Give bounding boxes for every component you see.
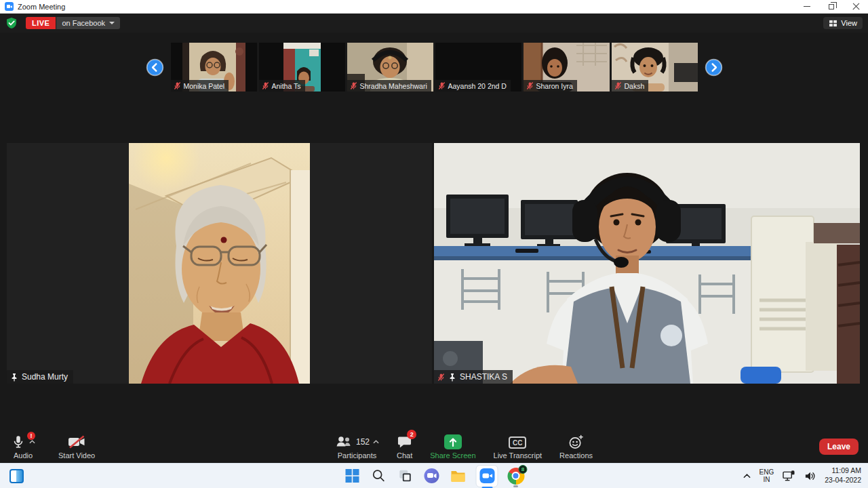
grid-view-icon [829, 20, 837, 27]
live-destination-label: on Facebook [62, 19, 105, 27]
meeting-stage: Monika Patel [0, 33, 868, 430]
reactions-button[interactable]: Reactions [559, 434, 593, 460]
widgets-icon[interactable] [9, 469, 24, 483]
participant-thumbnail[interactable]: Daksh [612, 43, 698, 92]
share-screen-icon [444, 434, 462, 449]
participant-thumbnail[interactable]: Sharon Iyra [524, 43, 610, 92]
main-video-tile: SHASTIKA S [434, 143, 860, 384]
chevron-up-icon[interactable] [373, 440, 379, 444]
close-button[interactable] [844, 0, 868, 13]
restore-icon [829, 4, 834, 9]
participant-name-tag: Anitha Ts [259, 80, 305, 92]
participants-icon [335, 435, 353, 449]
zoom-meeting-window: Zoom Meeting LIVE on Facebook View [0, 0, 868, 488]
participant-name-tag: Monika Patel [171, 80, 229, 92]
minimize-button[interactable] [795, 0, 819, 13]
system-tray: ENG IN 11:09 AM 23-04-2022 [743, 464, 861, 488]
zoom-app-icon [479, 468, 495, 484]
view-button[interactable]: View [823, 17, 863, 29]
participant-name-tag: Shradha Maheshwari [347, 80, 431, 92]
live-transcript-label: Live Transcript [494, 451, 542, 460]
close-icon [852, 3, 859, 10]
leave-button[interactable]: Leave [819, 439, 859, 455]
participant-thumbnail[interactable]: Aayansh 20 2nd D [435, 43, 521, 92]
participant-name: Shradha Maheshwari [360, 82, 427, 90]
task-view-icon [398, 468, 413, 483]
security-shield-icon[interactable] [5, 17, 18, 29]
file-explorer-button[interactable] [450, 467, 467, 485]
participants-button[interactable]: 152 Participants [335, 434, 379, 460]
toolbar-left-group: ! Audio Start Video [11, 434, 95, 460]
language-line1: ENG [760, 468, 774, 476]
search-button[interactable] [370, 467, 388, 485]
chevron-down-icon [109, 22, 115, 24]
chrome-badge: 8 [519, 465, 528, 474]
language-line2: IN [760, 476, 774, 484]
chat-unread-badge: 2 [407, 430, 416, 439]
pin-icon [10, 373, 18, 382]
participant-thumbnail[interactable]: Shradha Maheshwari [347, 43, 433, 92]
start-button[interactable] [344, 467, 361, 485]
speaker-name: SHASTIKA S [460, 372, 507, 382]
scroll-left-button[interactable] [146, 58, 164, 77]
muted-mic-icon [350, 81, 357, 90]
zoom-taskbar-button[interactable] [476, 465, 498, 487]
audio-alert-badge: ! [27, 432, 35, 440]
meeting-topbar: LIVE on Facebook View [0, 14, 868, 33]
audio-button[interactable]: ! Audio [11, 434, 35, 460]
start-video-label: Start Video [58, 451, 95, 460]
running-indicator [513, 485, 518, 487]
muted-mic-icon [262, 81, 269, 90]
audio-label: Audio [14, 451, 33, 460]
share-screen-button[interactable]: Share Screen [430, 434, 475, 460]
scroll-right-button[interactable] [705, 58, 723, 77]
minimize-icon [804, 6, 810, 7]
participant-name-tag: Daksh [612, 80, 649, 92]
live-transcript-button[interactable]: CC Live Transcript [494, 434, 542, 460]
participant-name: Aayansh 20 2nd D [448, 82, 507, 90]
participant-name-tag: Sharon Iyra [524, 80, 577, 92]
language-indicator[interactable]: ENG IN [760, 468, 774, 484]
window-controls [795, 0, 868, 13]
live-destination-dropdown[interactable]: on Facebook [56, 17, 120, 29]
muted-mic-icon [614, 81, 622, 90]
meeting-toolbar: ! Audio Start Video [0, 430, 868, 463]
participant-name: Daksh [625, 82, 645, 90]
participant-name-tag: Aayansh 20 2nd D [435, 80, 511, 92]
muted-mic-icon [437, 373, 445, 382]
restore-button[interactable] [819, 0, 844, 13]
chat-label: Chat [397, 451, 412, 460]
file-explorer-icon [450, 468, 467, 484]
share-screen-label: Share Screen [430, 451, 475, 460]
start-video-button[interactable]: Start Video [58, 434, 95, 460]
microphone-icon [11, 434, 26, 449]
cc-icon: CC [509, 436, 526, 449]
network-icon[interactable] [782, 470, 796, 482]
tray-chevron-up-icon[interactable] [743, 472, 751, 479]
participant-thumbnail[interactable]: Anitha Ts [259, 43, 345, 92]
windows-logo-icon [345, 468, 360, 483]
chrome-button[interactable]: 8 [507, 467, 525, 485]
taskbar-center-icons: 8 [344, 465, 525, 487]
live-badge: LIVE [26, 17, 56, 29]
participant-name: Anitha Ts [272, 82, 301, 90]
chat-button[interactable]: 2 Chat [397, 434, 412, 460]
teams-chat-button[interactable] [423, 467, 441, 485]
reactions-smiley-icon [568, 434, 584, 449]
speaker-name: Sudha Murty [22, 372, 68, 382]
speaker-name-tag: SHASTIKA S [434, 370, 513, 384]
participant-thumbnail[interactable]: Monika Patel [171, 43, 257, 92]
chevron-up-icon[interactable] [29, 440, 35, 444]
tray-date: 23-04-2022 [825, 476, 861, 485]
view-button-label: View [841, 19, 857, 27]
volume-icon[interactable] [804, 471, 816, 481]
muted-mic-icon [526, 81, 534, 90]
clock[interactable]: 11:09 AM 23-04-2022 [825, 466, 861, 485]
speaker-name-tag: Sudha Murty [7, 370, 73, 384]
teams-chat-icon [424, 468, 440, 484]
titlebar: Zoom Meeting [0, 0, 868, 14]
participant-filmstrip: Monika Patel [0, 43, 868, 92]
task-view-button[interactable] [397, 467, 414, 485]
zoom-app-icon [5, 2, 14, 11]
tray-time: 11:09 AM [825, 466, 861, 476]
